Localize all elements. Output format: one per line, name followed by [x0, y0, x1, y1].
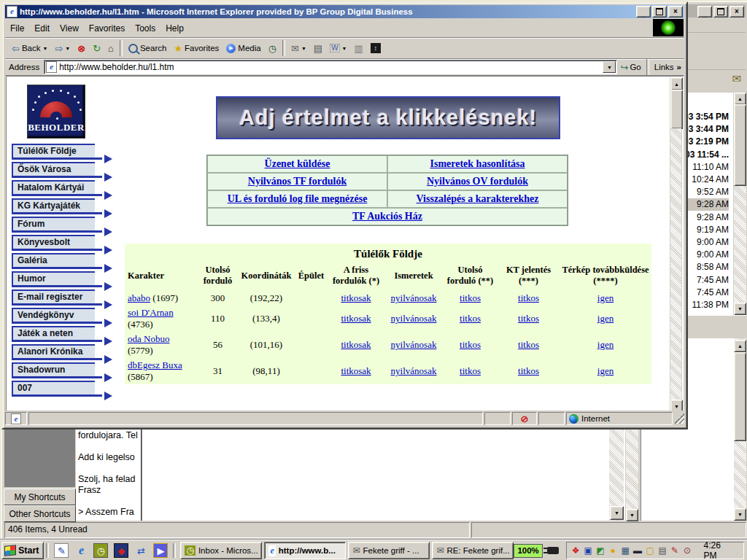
menu-item-view[interactable]: View [55, 22, 84, 35]
display-settings-tray-icon[interactable]: ▣ [582, 545, 595, 556]
map-link[interactable]: igen [597, 339, 614, 350]
search-button[interactable]: Search [125, 39, 170, 57]
kt-report-link[interactable]: titkos [518, 365, 539, 376]
quick-link[interactable]: Visszalépés a karakterekhez [417, 193, 539, 204]
task-button[interactable]: ehttp://www.b... [264, 542, 346, 559]
menu-item-tools[interactable]: Tools [130, 22, 160, 35]
quick-link[interactable]: Nyilvános OV fordulók [427, 176, 528, 187]
links-chevron-icon[interactable]: » [677, 63, 681, 71]
knowledge-link[interactable]: nyilvánosak [391, 339, 437, 350]
show-desktop-icon[interactable]: ✎ [54, 543, 69, 558]
sidebar-item-gal-ria[interactable]: Galéria [12, 253, 95, 267]
start-button[interactable]: Start [1, 542, 44, 559]
network-computer-tray-icon[interactable]: ▦ [619, 545, 632, 556]
menu-item-edit[interactable]: Edit [29, 22, 55, 35]
sidebar-item-humor[interactable]: Humor [12, 271, 95, 285]
mail-dropdown-icon[interactable]: ▼ [301, 46, 306, 51]
forward-dropdown-icon[interactable]: ▼ [65, 46, 70, 51]
character-link[interactable]: dbEgesz Buxa [128, 359, 182, 370]
sidebar-item-hatalom-k-rty-i[interactable]: Hatalom Kártyái [12, 180, 95, 194]
back-dropdown-icon[interactable]: ▼ [42, 46, 47, 51]
floppy-save-icon[interactable]: ◆ [114, 543, 128, 558]
sidebar-item-f-rum[interactable]: Fórum [12, 217, 95, 230]
sync-icon[interactable]: ⇄ [134, 544, 147, 557]
knowledge-link[interactable]: nyilvánosak [391, 313, 437, 324]
sidebar-item-shadowrun[interactable]: Shadowrun [12, 362, 95, 376]
taskbar-clock[interactable]: 4:26 PM [694, 540, 740, 560]
discuss-button[interactable]: ▥ [351, 39, 367, 57]
shortcut-button-my-shortcuts[interactable]: My Shortcuts [4, 489, 76, 505]
menu-item-help[interactable]: Help [160, 22, 189, 35]
menu-item-favorites[interactable]: Favorites [84, 22, 130, 35]
resize-grip[interactable] [674, 413, 684, 424]
favorites-button[interactable]: ★ Favorites [170, 39, 222, 57]
sidebar-item-e-mail-regiszter[interactable]: E-mail regiszter [12, 289, 95, 303]
restore-button[interactable] [713, 6, 728, 18]
kt-report-link[interactable]: titkos [518, 313, 539, 324]
send-receive-mail-icon[interactable]: ✉ [732, 72, 741, 85]
window-task-tray-icon[interactable]: ▢ [644, 545, 657, 556]
sidebar-item--s-k-v-rosa[interactable]: Ősök Városa [12, 162, 95, 176]
scheduler-tray-icon[interactable]: ❖ [570, 545, 582, 556]
task-button[interactable]: ✉Fekete griff - ... [348, 542, 430, 559]
close-button[interactable]: × [729, 6, 744, 18]
ie-minimize-button[interactable]: _ [636, 6, 651, 18]
quick-link[interactable]: UL és forduló log file megnézése [228, 193, 368, 204]
knowledge-link[interactable]: nyilvánosak [391, 292, 437, 303]
refresh-button[interactable]: ↻ [89, 39, 104, 57]
fresh-link[interactable]: titkosak [341, 339, 371, 350]
quick-link[interactable]: Nyilvános TF fordulók [248, 176, 347, 187]
sidebar-item-007[interactable]: 007 [12, 381, 95, 394]
quick-link[interactable]: TF Aukciós Ház [352, 211, 422, 222]
character-link[interactable]: ababo [128, 292, 150, 303]
battery-meter[interactable]: 100% [514, 544, 542, 558]
quick-link[interactable]: Ismeretek hasonlítása [430, 158, 525, 169]
address-dropdown-button[interactable]: ▼ [603, 61, 616, 73]
monitor-tray-icon[interactable]: ▬ [632, 545, 644, 556]
address-input[interactable]: e http://www.beholder.hu/l1.htm ▼ [44, 60, 617, 74]
user-status-tray-icon[interactable]: ● [607, 545, 619, 556]
beholder-logo[interactable]: BEHOLDER [27, 85, 85, 139]
sidebar-item-j-t-k-a-neten[interactable]: Játék a neten [12, 326, 95, 340]
page-scrollbar[interactable]: ▲ ▼ [670, 77, 682, 412]
media-player-icon[interactable]: ▶ [153, 543, 168, 558]
map-link[interactable]: igen [597, 365, 614, 376]
internet-explorer-icon[interactable]: e [74, 544, 88, 557]
back-button[interactable]: ⇦ Back ▼ [8, 39, 51, 57]
menu-item-file[interactable]: File [5, 22, 29, 35]
pen-tray-icon[interactable]: ✎ [669, 545, 681, 556]
stop-button[interactable]: ⊗ [74, 39, 89, 57]
history-button[interactable]: ◷ [265, 39, 280, 57]
task-button[interactable]: ◷Inbox - Micros... [180, 542, 262, 559]
sidebar-item-vend-gk-nyv[interactable]: Vendégkönyv [12, 308, 95, 322]
map-link[interactable]: igen [597, 313, 614, 324]
sidebar-item-t-l-l-k-f-ldje[interactable]: Túlélők Földje [12, 144, 95, 158]
net-tool-button[interactable]: ↕ [367, 39, 384, 57]
fresh-link[interactable]: titkosak [341, 292, 371, 303]
character-link[interactable]: soi D'Arnan [128, 307, 174, 318]
fresh-link[interactable]: titkosak [341, 313, 371, 324]
shortcut-button-other-shortcuts[interactable]: Other Shortcuts [4, 505, 76, 522]
kt-report-link[interactable]: titkos [518, 339, 539, 350]
lower-right-scrollbar[interactable]: ▲ ▼ [734, 338, 746, 521]
minimize-button[interactable]: _ [697, 6, 712, 18]
media-button[interactable]: ▶ Media [222, 39, 264, 57]
search-tray-icon[interactable]: ⊙ [681, 545, 694, 556]
map-link[interactable]: igen [597, 292, 614, 303]
last-turn-link[interactable]: titkos [460, 339, 481, 350]
mail-button[interactable]: ✉ ▼ [287, 39, 310, 57]
last-turn-link[interactable]: titkos [460, 313, 481, 324]
printer-tray-icon[interactable]: ▤ [657, 545, 669, 556]
home-button[interactable]: ⌂ [104, 39, 117, 57]
message-list-scrollbar[interactable]: ▲ ▼ [734, 93, 746, 315]
kt-report-link[interactable]: titkos [518, 292, 539, 303]
last-turn-link[interactable]: titkos [460, 292, 481, 303]
knowledge-link[interactable]: nyilvánosak [391, 365, 437, 376]
links-bar[interactable]: Links » [651, 63, 684, 71]
go-button[interactable]: ↪ Go [617, 62, 643, 73]
quick-link[interactable]: Üzenet küldése [265, 158, 330, 169]
print-button[interactable]: ▤ [310, 39, 326, 57]
task-button[interactable]: ✉RE: Fekete grif... [432, 542, 514, 559]
edit-dropdown-icon[interactable]: ▼ [342, 46, 347, 51]
sidebar-item-k-nyvesbolt[interactable]: Könyvesbolt [12, 235, 95, 249]
